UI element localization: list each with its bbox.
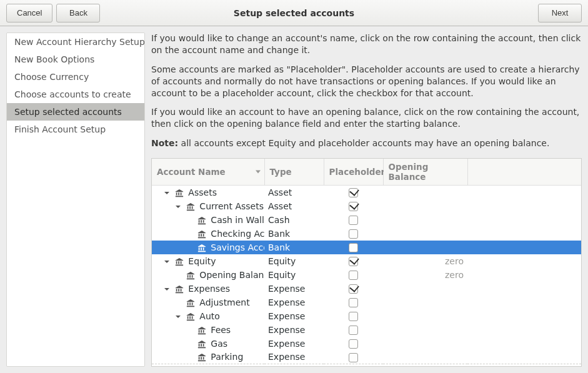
- col-header-account-name[interactable]: Account Name: [152, 159, 264, 186]
- account-row[interactable]: Cash in WalletCash: [152, 213, 581, 227]
- row-pad: [467, 309, 581, 323]
- row-pad: [467, 337, 581, 351]
- placeholder-checkbox[interactable]: [349, 243, 358, 252]
- accounts-table-header: Account Name Type Placeholder Opening Ba…: [152, 159, 581, 186]
- chevron-down-icon[interactable]: [163, 189, 171, 197]
- placeholder-checkbox[interactable]: [349, 271, 358, 280]
- opening-balance-cell[interactable]: zero: [383, 254, 467, 268]
- cancel-button[interactable]: Cancel: [6, 4, 52, 22]
- row-pad: [467, 199, 581, 213]
- opening-balance-cell[interactable]: [383, 282, 467, 296]
- wizard-step[interactable]: Finish Account Setup: [7, 121, 144, 138]
- instructions-note: Note: all accounts except Equity and pla…: [151, 137, 582, 149]
- placeholder-cell: [324, 268, 383, 282]
- account-name-label: Adjustment: [199, 297, 249, 307]
- opening-balance-cell[interactable]: [383, 199, 467, 213]
- account-row[interactable]: AdjustmentExpense: [152, 296, 581, 309]
- placeholder-checkbox[interactable]: [349, 257, 358, 266]
- account-name-cell[interactable]: Equity: [152, 254, 264, 268]
- wizard-step[interactable]: New Book Options: [7, 51, 144, 68]
- account-row[interactable]: FeesExpense: [152, 323, 581, 337]
- account-name-cell[interactable]: Parking: [152, 351, 264, 364]
- placeholder-cell: [324, 323, 383, 337]
- opening-balance-cell[interactable]: [383, 351, 467, 364]
- placeholder-checkbox[interactable]: [349, 216, 358, 225]
- account-type-cell: Bank: [264, 227, 324, 241]
- note-label: Note:: [151, 138, 178, 148]
- placeholder-cell: [324, 227, 383, 241]
- back-button[interactable]: Back: [56, 4, 100, 22]
- next-button[interactable]: Next: [538, 4, 582, 22]
- account-row[interactable]: Checking AccouBank: [152, 227, 581, 241]
- opening-balance-cell[interactable]: zero: [383, 268, 467, 282]
- expander-placeholder: [186, 244, 193, 252]
- placeholder-checkbox[interactable]: [349, 326, 358, 335]
- account-row[interactable]: ExpensesExpense: [152, 282, 581, 296]
- placeholder-cell: [324, 186, 383, 199]
- chevron-down-icon[interactable]: [163, 286, 171, 293]
- account-name-cell[interactable]: Gas: [152, 337, 264, 351]
- account-row[interactable]: EquityEquityzero: [152, 254, 581, 268]
- account-name-cell[interactable]: Current Assets: [152, 199, 264, 213]
- placeholder-checkbox[interactable]: [349, 298, 358, 307]
- account-row[interactable]: AutoExpense: [152, 309, 581, 323]
- account-row[interactable]: GasExpense: [152, 337, 581, 351]
- wizard-step[interactable]: Setup selected accounts: [7, 103, 144, 121]
- opening-balance-cell[interactable]: [383, 337, 467, 351]
- placeholder-cell: [324, 351, 383, 364]
- col-header-type[interactable]: Type: [264, 159, 324, 186]
- opening-balance-cell[interactable]: [383, 323, 467, 337]
- opening-balance-cell[interactable]: [383, 309, 467, 323]
- bank-icon: [175, 285, 184, 294]
- placeholder-checkbox[interactable]: [349, 229, 358, 239]
- account-name-cell[interactable]: Adjustment: [152, 296, 264, 309]
- chevron-down-icon[interactable]: [174, 203, 182, 211]
- account-name-cell[interactable]: Savings Account: [152, 241, 264, 254]
- account-row[interactable]: Savings AccountBank: [152, 241, 581, 254]
- account-type-cell: Expense: [264, 323, 324, 337]
- bank-icon: [197, 340, 206, 349]
- chevron-down-icon[interactable]: [174, 313, 182, 321]
- account-name-label: Assets: [188, 187, 217, 197]
- placeholder-checkbox[interactable]: [349, 353, 358, 362]
- wizard-step[interactable]: Choose Currency: [7, 68, 144, 86]
- sort-indicator-icon: [256, 171, 261, 174]
- account-row[interactable]: AssetsAsset: [152, 186, 581, 199]
- bank-icon: [175, 189, 184, 197]
- account-name-cell[interactable]: Expenses: [152, 282, 264, 296]
- opening-balance-cell[interactable]: [383, 186, 467, 199]
- bank-icon: [197, 353, 206, 362]
- account-row[interactable]: Current AssetsAsset: [152, 199, 581, 213]
- opening-balance-cell[interactable]: [383, 227, 467, 241]
- opening-balance-cell[interactable]: [383, 296, 467, 309]
- placeholder-checkbox[interactable]: [349, 188, 358, 197]
- opening-balance-cell[interactable]: [383, 213, 467, 227]
- account-name-label: Gas: [211, 339, 227, 349]
- account-name-cell[interactable]: Assets: [152, 186, 264, 199]
- account-row[interactable]: ParkingExpense: [152, 351, 581, 364]
- wizard-step[interactable]: New Account Hierarchy Setup: [7, 33, 144, 51]
- account-type-cell: Equity: [264, 254, 324, 268]
- account-name-cell[interactable]: Auto: [152, 309, 264, 323]
- wizard-step[interactable]: Choose accounts to create: [7, 86, 144, 103]
- account-name-cell[interactable]: Fees: [152, 323, 264, 337]
- account-name-cell[interactable]: Checking Accou: [152, 227, 264, 241]
- account-name-cell[interactable]: Cash in Wallet: [152, 213, 264, 227]
- account-name-cell[interactable]: Opening Balances: [152, 268, 264, 282]
- row-pad: [467, 241, 581, 254]
- bank-icon: [175, 257, 184, 266]
- opening-balance-cell[interactable]: [383, 241, 467, 254]
- col-header-pad: [467, 159, 581, 186]
- chevron-down-icon[interactable]: [163, 258, 171, 266]
- col-header-opening-balance[interactable]: Opening Balance: [383, 159, 467, 186]
- account-row[interactable]: Opening BalancesEquityzero: [152, 268, 581, 282]
- placeholder-checkbox[interactable]: [349, 339, 358, 349]
- instructions-p1: If you would like to change an account's…: [151, 32, 582, 56]
- placeholder-checkbox[interactable]: [349, 202, 358, 211]
- col-header-placeholder[interactable]: Placeholder: [324, 159, 383, 186]
- bank-icon: [197, 230, 206, 239]
- placeholder-checkbox[interactable]: [349, 284, 358, 294]
- account-name-label: Expenses: [188, 284, 230, 294]
- placeholder-checkbox[interactable]: [349, 312, 358, 321]
- accounts-table-container[interactable]: Account Name Type Placeholder Opening Ba…: [151, 158, 582, 367]
